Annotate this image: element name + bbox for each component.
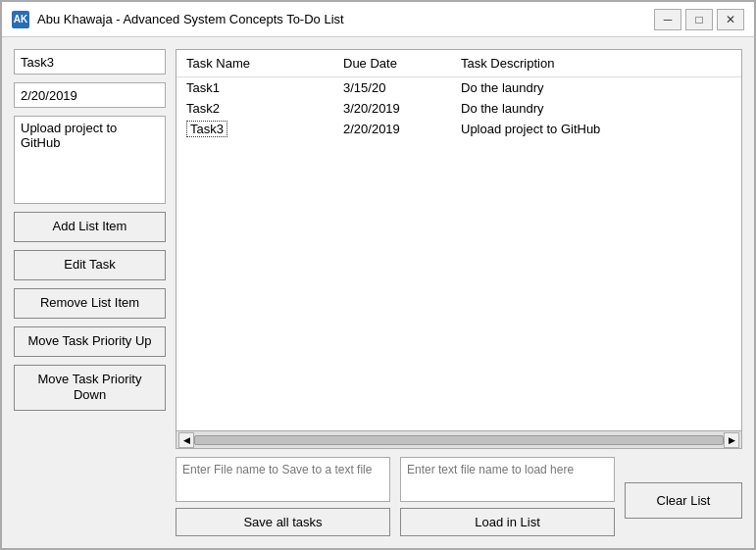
edit-task-button[interactable]: Edit Task	[14, 250, 166, 280]
app-icon: AK	[12, 11, 29, 28]
title-bar: AK Abu Khawaja - Advanced System Concept…	[2, 2, 754, 37]
move-task-up-button[interactable]: Move Task Priority Up	[14, 326, 166, 357]
row-task-desc: Upload project to GitHub	[461, 122, 731, 136]
title-bar-controls: ─ □ ✕	[654, 9, 744, 30]
clear-list-button[interactable]: Clear List	[625, 482, 742, 519]
list-header: Task Name Due Date Task Description	[176, 50, 741, 77]
maximize-button[interactable]: □	[685, 9, 713, 30]
save-all-tasks-button[interactable]: Save all tasks	[176, 508, 390, 536]
row-task-name: Task1	[186, 80, 343, 95]
left-panel: Upload project to GitHub Add List Item E…	[14, 49, 166, 536]
load-filename-input[interactable]	[400, 457, 615, 502]
row-due-date: 3/20/2019	[343, 101, 461, 116]
save-filename-input[interactable]	[176, 457, 390, 502]
col-task-desc: Task Description	[461, 56, 731, 71]
bottom-section: Save all tasks Load in List Clear List	[176, 457, 742, 536]
window-title: Abu Khawaja - Advanced System Concepts T…	[37, 12, 344, 26]
task-list-container: Task Name Due Date Task Description Task…	[176, 49, 742, 449]
row-due-date: 3/15/20	[343, 80, 461, 95]
table-row[interactable]: Task2 3/20/2019 Do the laundry	[176, 98, 741, 119]
load-list-button[interactable]: Load in List	[400, 508, 615, 536]
list-scroll[interactable]: Task1 3/15/20 Do the laundry Task2 3/20/…	[176, 77, 741, 430]
save-col: Save all tasks	[176, 457, 390, 536]
minimize-button[interactable]: ─	[654, 9, 681, 30]
row-task-name: Task3	[186, 122, 343, 136]
table-row[interactable]: Task3 2/20/2019 Upload project to GitHub	[176, 119, 741, 139]
scroll-left-button[interactable]: ◀	[178, 432, 194, 448]
row-task-desc: Do the laundry	[461, 101, 731, 116]
row-due-date: 2/20/2019	[343, 122, 461, 136]
scrollbar-track[interactable]	[194, 435, 724, 445]
description-input[interactable]: Upload project to GitHub	[14, 116, 166, 204]
row-task-name: Task2	[186, 101, 343, 116]
row-task-desc: Do the laundry	[461, 80, 731, 95]
right-panel: Task Name Due Date Task Description Task…	[176, 49, 742, 536]
clear-col: Clear List	[625, 457, 742, 519]
due-date-input[interactable]	[14, 82, 166, 108]
task-name-input[interactable]	[14, 49, 166, 75]
main-content: Upload project to GitHub Add List Item E…	[2, 37, 754, 548]
add-list-item-button[interactable]: Add List Item	[14, 212, 166, 242]
table-row[interactable]: Task1 3/15/20 Do the laundry	[176, 77, 741, 98]
col-task-name: Task Name	[186, 56, 343, 71]
main-window: AK Abu Khawaja - Advanced System Concept…	[0, 0, 756, 550]
remove-list-item-button[interactable]: Remove List Item	[14, 288, 166, 319]
scroll-right-button[interactable]: ▶	[724, 432, 739, 448]
horizontal-scrollbar[interactable]: ◀ ▶	[176, 430, 741, 448]
title-bar-left: AK Abu Khawaja - Advanced System Concept…	[12, 11, 344, 28]
col-due-date: Due Date	[343, 56, 461, 71]
load-col: Load in List	[400, 457, 615, 536]
move-task-down-button[interactable]: Move Task Priority Down	[14, 365, 166, 412]
close-button[interactable]: ✕	[717, 9, 744, 30]
